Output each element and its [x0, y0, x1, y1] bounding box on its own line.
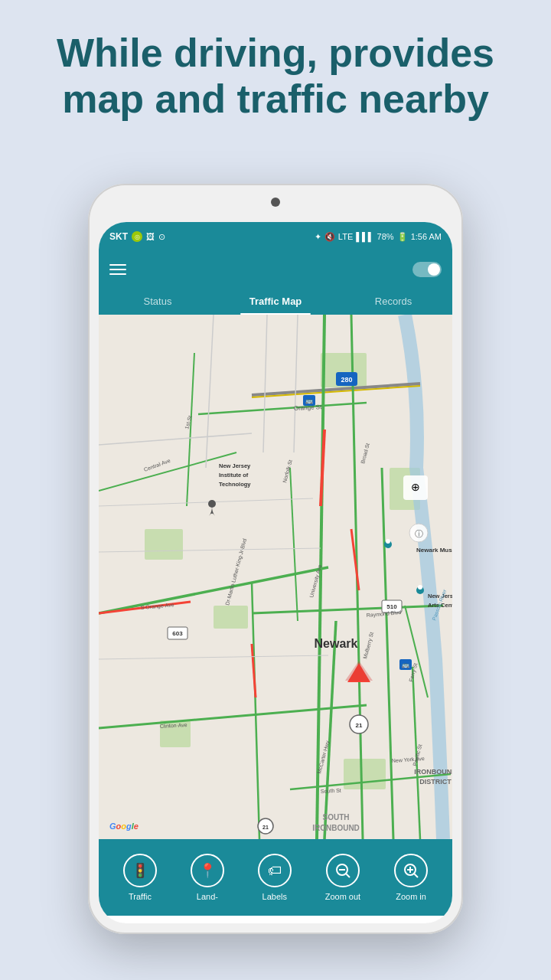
nav-traffic[interactable]: 🚦 Traffic	[123, 854, 157, 901]
menu-button[interactable]	[109, 264, 126, 275]
svg-text:280: 280	[341, 376, 352, 384]
hamburger-line	[109, 264, 126, 266]
nav-labels[interactable]: 🏷 Labels	[258, 854, 292, 901]
svg-text:Google: Google	[109, 822, 139, 831]
hero-section: While driving, provides map and traffic …	[0, 31, 551, 122]
traffic-label: Traffic	[129, 892, 152, 901]
phone-frame: SKT ◎ 🖼 ⊙ ✦ 🔇 LTE ▌▌▌ 78% 🔋 1:56 AM	[88, 184, 463, 934]
map-area[interactable]: 280 510 603 21 21 🚌 🚌	[99, 315, 452, 839]
svg-point-46	[208, 500, 216, 508]
svg-point-45	[418, 585, 422, 590]
svg-rect-3	[145, 529, 183, 560]
svg-text:🚌: 🚌	[402, 661, 409, 668]
mute-icon: 🔇	[324, 232, 335, 242]
svg-text:DISTRICT: DISTRICT	[419, 778, 452, 786]
zoom-in-icon	[394, 854, 428, 887]
svg-line-72	[346, 874, 350, 878]
labels-icon: 🏷	[258, 854, 292, 887]
hamburger-line	[109, 269, 126, 270]
bottom-nav: 🚦 Traffic 📍 Land- 🏷 Labels Z	[99, 839, 452, 916]
svg-text:Newark Museum: Newark Museum	[416, 547, 452, 554]
svg-rect-6	[344, 759, 386, 789]
svg-text:New Jersey: New Jersey	[219, 462, 251, 469]
svg-text:603: 603	[172, 630, 183, 637]
svg-text:510: 510	[386, 603, 397, 610]
zoom-out-label: Zoom out	[325, 892, 360, 901]
svg-text:21: 21	[262, 825, 269, 830]
app-bar	[99, 251, 452, 288]
tab-traffic-map[interactable]: Traffic Map	[217, 288, 334, 315]
hero-title: While driving, provides map and traffic …	[23, 31, 528, 122]
svg-rect-5	[214, 606, 248, 629]
lte-label: LTE	[338, 232, 353, 241]
svg-text:IRONBOUND: IRONBOUND	[414, 768, 452, 776]
nav-landmark[interactable]: 📍 Land-	[191, 854, 224, 901]
zoom-out-icon	[326, 854, 360, 887]
tab-records[interactable]: Records	[334, 288, 452, 315]
toggle-switch[interactable]	[412, 262, 442, 277]
hamburger-line	[109, 273, 126, 275]
status-bar: SKT ◎ 🖼 ⊙ ✦ 🔇 LTE ▌▌▌ 78% 🔋 1:56 AM	[99, 222, 452, 251]
svg-text:🚌: 🚌	[305, 397, 313, 404]
map-svg: 280 510 603 21 21 🚌 🚌	[99, 315, 452, 839]
nav-zoom-in[interactable]: Zoom in	[394, 854, 428, 901]
tab-status[interactable]: Status	[99, 288, 217, 315]
battery-icon: 🔋	[397, 232, 408, 242]
labels-label: Labels	[262, 892, 287, 901]
battery-pct: 78%	[377, 232, 394, 241]
svg-text:Institute of: Institute of	[219, 472, 249, 479]
speed-icon: ⊙	[158, 232, 165, 242]
signal-icon: ▌▌▌	[356, 232, 373, 241]
clock: 1:56 AM	[411, 232, 442, 241]
phone-screen: SKT ◎ 🖼 ⊙ ✦ 🔇 LTE ▌▌▌ 78% 🔋 1:56 AM	[99, 222, 452, 923]
bluetooth-icon: ✦	[315, 232, 321, 242]
traffic-icon: 🚦	[123, 854, 157, 887]
svg-text:Technology: Technology	[219, 481, 251, 488]
svg-text:ⓘ: ⓘ	[415, 529, 423, 538]
tabs: Status Traffic Map Records	[99, 288, 452, 315]
zoom-in-label: Zoom in	[396, 892, 426, 901]
status-right: ✦ 🔇 LTE ▌▌▌ 78% 🔋 1:56 AM	[315, 232, 442, 242]
svg-text:21: 21	[356, 722, 363, 729]
svg-text:⊕: ⊕	[411, 481, 420, 493]
svg-line-75	[415, 874, 419, 878]
photo-icon: 🖼	[146, 232, 155, 241]
svg-point-43	[386, 539, 390, 544]
landmark-label: Land-	[197, 892, 218, 901]
gps-icon: ◎	[132, 231, 142, 242]
landmark-icon: 📍	[191, 854, 224, 887]
status-left: SKT ◎ 🖼 ⊙	[109, 231, 165, 242]
svg-text:Newark: Newark	[315, 637, 358, 650]
svg-text:South St: South St	[321, 788, 341, 794]
svg-text:IRONBOUND: IRONBOUND	[312, 824, 360, 832]
camera-dot	[271, 198, 280, 207]
camera-area	[245, 194, 306, 210]
nav-zoom-out[interactable]: Zoom out	[325, 854, 360, 901]
carrier-label: SKT	[109, 231, 128, 242]
svg-text:SOUTH: SOUTH	[323, 813, 350, 822]
